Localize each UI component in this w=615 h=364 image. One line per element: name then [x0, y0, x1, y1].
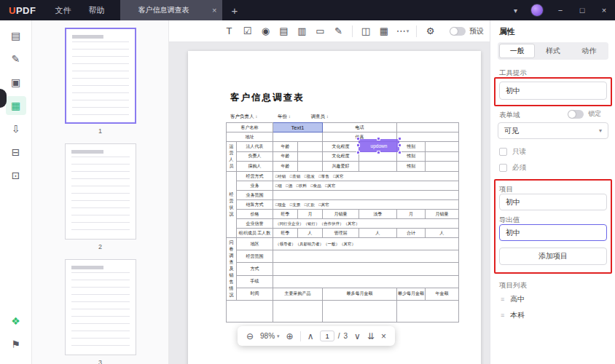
zoom-in-icon[interactable]: ⊕	[286, 331, 294, 341]
drag-handle-icon[interactable]: ≡	[501, 312, 504, 319]
page-thumbnail[interactable]: 1	[64, 28, 137, 135]
duplicate-icon[interactable]: ◫	[357, 23, 375, 39]
text-field-icon[interactable]: T	[220, 23, 238, 39]
visibility-value: 可见	[504, 126, 519, 136]
export-value-input[interactable]	[499, 224, 607, 241]
zoom-out-icon[interactable]: ⊖	[246, 331, 254, 341]
ai-assistant-icon[interactable]: ❖	[6, 312, 26, 331]
pdf-table-cell: 性别	[397, 162, 426, 172]
export-icon[interactable]: ⇩	[6, 119, 26, 138]
organize-pages-icon[interactable]: ⊡	[6, 166, 26, 185]
document-canvas[interactable]: 客户信息调查表 客户负责人： 年份： 调查员： 客户名称Text1电话地址传真运…	[169, 42, 490, 364]
bookmark-icon[interactable]: ⚑	[6, 335, 26, 354]
document-tab[interactable]: 客户信息调查表 ×	[120, 0, 222, 20]
chevron-down-icon[interactable]: ▾	[506, 7, 525, 15]
option-label: 只读	[512, 147, 526, 157]
form-toolbar: T☑◉▤▥▭✎ ◫▦⋯▾ ⚙ 预设	[169, 20, 490, 42]
annotate-icon[interactable]: ✎	[6, 50, 26, 68]
checkbox-field-icon[interactable]: ☑	[238, 23, 256, 39]
menu-item[interactable]: 文件	[46, 0, 79, 20]
thumbnail-image[interactable]	[65, 143, 136, 240]
pdf-table-cell: 合计	[397, 229, 426, 238]
form-tools-icon[interactable]: ▦	[6, 96, 26, 115]
page-number-label: 3	[64, 359, 137, 364]
checkbox[interactable]	[499, 148, 507, 156]
text1-form-field[interactable]: Text1	[273, 123, 323, 132]
menu-item[interactable]: 帮助	[79, 0, 113, 20]
pdf-table-cell: □现金 □支票 □汇款 □其它	[273, 200, 459, 210]
thumbnail-image[interactable]	[65, 259, 136, 355]
combo-box-icon[interactable]: ▥	[293, 23, 311, 39]
fit-page-icon[interactable]: ⇊	[367, 331, 375, 341]
add-item-button[interactable]: 添加项目	[499, 248, 607, 265]
image-icon[interactable]: ▣	[6, 73, 26, 92]
maximize-button[interactable]: □	[571, 0, 593, 20]
selection-handle[interactable]	[377, 151, 380, 154]
selection-handle[interactable]	[356, 137, 360, 141]
more-tools-icon[interactable]: ⋯▾	[393, 23, 412, 39]
pdf-table-cell: （领导者）（具影响力者）（一般）（其它）	[273, 238, 459, 250]
item-list-row[interactable]: ≡ 高中	[495, 291, 611, 307]
panel-title: 属性	[499, 26, 515, 37]
checkbox[interactable]	[499, 164, 507, 172]
page-thumbnails-icon[interactable]: ▤	[6, 26, 26, 45]
pdf-page[interactable]: 客户信息调查表 客户负责人： 年份： 调查员： 客户名称Text1电话地址传真运…	[188, 51, 481, 364]
selection-handle[interactable]	[356, 143, 360, 147]
selection-handle[interactable]	[398, 151, 401, 154]
thumbnail-image[interactable]	[65, 28, 136, 124]
pdf-table-cell: 最多每月金额	[323, 288, 397, 300]
minimize-button[interactable]: −	[549, 0, 571, 20]
item-input[interactable]	[499, 194, 607, 210]
selection-handle[interactable]	[398, 137, 401, 141]
drag-handle-icon[interactable]: ≡	[501, 296, 504, 303]
close-button[interactable]: ×	[593, 0, 615, 20]
tab-close-icon[interactable]: ×	[208, 6, 216, 15]
preview-toggle[interactable]	[450, 27, 466, 36]
option-row: 只读	[499, 147, 526, 157]
pdf-table-cell: 问卷调查及销售情况	[227, 238, 237, 301]
pdf-table-cell	[273, 275, 459, 288]
selection-handle[interactable]	[398, 143, 401, 147]
pdf-table-cell	[397, 301, 459, 323]
pdf-table-cell: 业务范围	[237, 191, 273, 200]
pdf-table-cell: 淡季	[359, 210, 397, 219]
tooltip-input[interactable]	[499, 82, 607, 100]
signature-field-icon[interactable]: ✎	[329, 23, 348, 39]
current-page-input[interactable]: 1	[320, 331, 334, 341]
left-sidebar: ▤✎▣▦⇩⊟⊡ ❖⚑	[0, 20, 32, 364]
selection-handle[interactable]	[377, 137, 380, 141]
page-number-label: 1	[64, 127, 137, 135]
caret-down-icon: ▾	[277, 333, 280, 339]
tooltip-label: 工具提示	[499, 68, 527, 78]
item-list-row[interactable]: ≡ 本科	[495, 307, 611, 323]
selected-combo-field[interactable]: updown	[359, 139, 399, 152]
zoom-level-dropdown[interactable]: 98% ▾	[260, 332, 280, 340]
form-title: 客户信息调查表	[230, 92, 305, 104]
next-page-icon[interactable]: ∨	[354, 331, 361, 341]
previous-page-icon[interactable]: ∧	[308, 331, 314, 341]
pdf-table-cell	[273, 250, 459, 263]
selection-handle[interactable]	[356, 151, 360, 154]
arrange-icon[interactable]: ▦	[375, 23, 393, 39]
avatar[interactable]	[530, 4, 544, 17]
pdf-table-cell: 年龄	[273, 151, 298, 162]
properties-tab[interactable]: 样式	[535, 44, 571, 58]
properties-tab[interactable]: 一般	[499, 44, 535, 58]
field-order-icon[interactable]: ⚙	[421, 23, 439, 39]
close-statusbar-icon[interactable]: ×	[381, 331, 386, 341]
pdf-table-cell	[426, 151, 459, 162]
radio-field-icon[interactable]: ◉	[256, 23, 275, 39]
properties-tab[interactable]: 动作	[571, 44, 607, 58]
page-thumbnail[interactable]: 2	[64, 143, 137, 250]
visibility-select[interactable]: 可见 ▾	[498, 122, 608, 139]
new-tab-button[interactable]: +	[231, 4, 238, 17]
pdf-table-cell: 运营人员	[227, 142, 237, 172]
pdf-table-cell: 人	[359, 229, 397, 238]
statusbar-divider	[300, 331, 301, 341]
print-icon[interactable]: ⊟	[6, 143, 26, 162]
page-thumbnail[interactable]: 3	[64, 259, 137, 364]
list-box-icon[interactable]: ▤	[275, 23, 293, 39]
pdf-table-cell: 经营方式	[237, 172, 273, 181]
button-field-icon[interactable]: ▭	[311, 23, 329, 39]
lock-toggle[interactable]	[568, 110, 584, 119]
